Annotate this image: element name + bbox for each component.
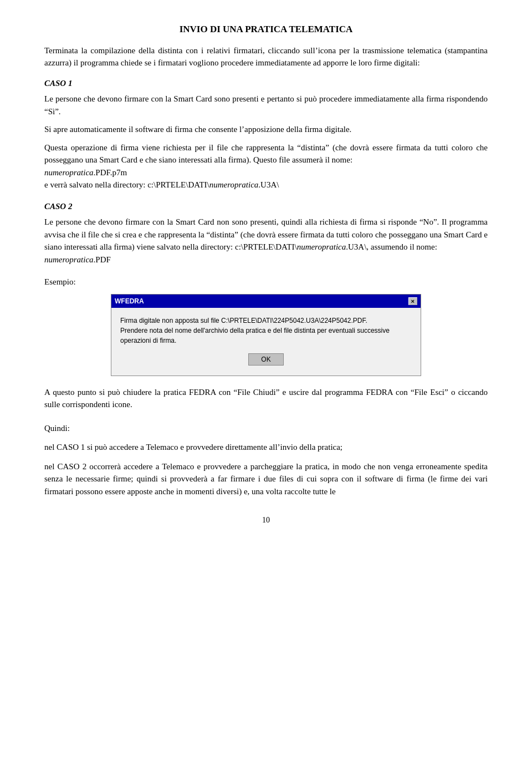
dialog-close-button[interactable]: × — [408, 297, 417, 305]
dialog-buttons: OK — [120, 353, 412, 366]
page-number: 10 — [44, 514, 488, 526]
caso1-filename: numeropratica — [44, 168, 94, 177]
dialog-body: Firma digitale non apposta sul file C:\P… — [111, 308, 421, 376]
caso2-text: Le persone che devono firmare con la Sma… — [44, 216, 488, 266]
caso1-dir-italic: numeropratica — [209, 180, 259, 189]
caso1-cont: Si apre automaticamente il software di f… — [44, 123, 488, 136]
dialog-message-line1: Firma digitale non apposta sul file C:\P… — [120, 317, 367, 324]
caso2-label: CASO 2 — [44, 200, 488, 213]
quindi-caso2: nel CASO 2 occorrerà accedere a Telemaco… — [44, 460, 488, 498]
caso1-firma: Questa operazione di firma viene richies… — [44, 141, 488, 191]
caso2-ext: .PDF — [94, 255, 111, 264]
intro-paragraph: Terminata la compilazione della distinta… — [44, 44, 488, 69]
dialog-title: WFEDRA — [115, 296, 144, 306]
dialog-message-line2: Prendere nota del nome dell'archivio del… — [120, 327, 390, 344]
caso2-filename: numeropratica — [44, 255, 94, 264]
page-title: INVIO DI UNA PRATICA TELEMATICA — [44, 22, 488, 37]
caso1-text: Le persone che devono firmare con la Sma… — [44, 93, 488, 118]
caso1-dir-pre: e verrà salvato nella directory: c:\PRTE… — [44, 180, 209, 189]
dialog-titlebar: WFEDRA × — [111, 295, 421, 308]
dialog-ok-button[interactable]: OK — [248, 353, 283, 366]
quindi-caso1: nel CASO 1 si può accedere a Telemaco e … — [44, 441, 488, 454]
after-dialog-text: A questo punto si può chiudere la pratic… — [44, 386, 488, 411]
caso2-dir-post: .U3A\, assumendo il nome: — [346, 242, 437, 251]
caso1-dir-post: .U3A\ — [258, 180, 279, 189]
caso2-dir-italic: numeropratica — [297, 242, 346, 251]
esempio-label: Esempio: — [44, 276, 488, 288]
caso1-label: CASO 1 — [44, 77, 488, 90]
quindi-label: Quindi: — [44, 422, 488, 435]
dialog-window: WFEDRA × Firma digitale non apposta sul … — [111, 294, 421, 376]
caso1-ext1: .PDF.p7m — [94, 168, 127, 177]
dialog-message: Firma digitale non apposta sul file C:\P… — [120, 316, 412, 346]
